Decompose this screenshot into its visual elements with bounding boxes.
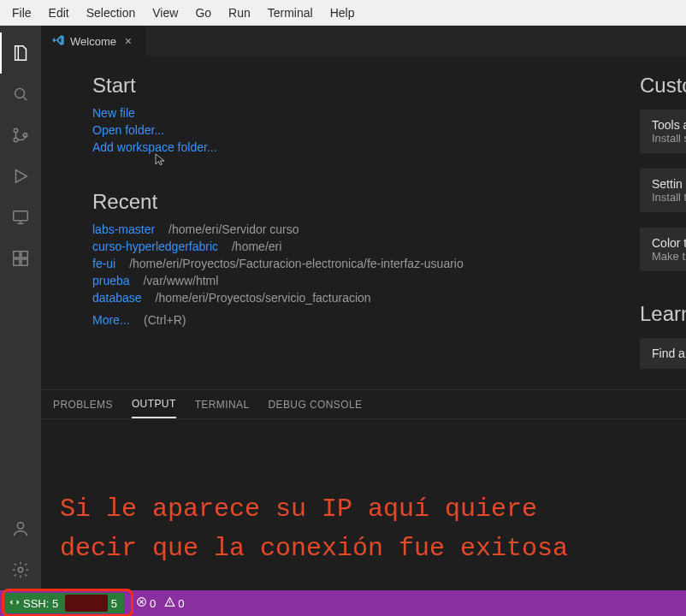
card-color-title: Color t: [652, 236, 686, 250]
menu-help[interactable]: Help: [322, 3, 364, 23]
svg-rect-8: [21, 259, 27, 265]
svg-rect-7: [14, 259, 20, 265]
card-learn-find[interactable]: Find an: [640, 338, 686, 369]
settings-gear-icon[interactable]: [0, 549, 41, 590]
annotation-text: Si le aparece su IP aquí quiere decir qu…: [60, 489, 568, 568]
panel-tab-debug-console[interactable]: DEBUG CONSOLE: [269, 392, 363, 418]
panel-tab-terminal[interactable]: TERMINAL: [195, 392, 250, 418]
recent-link[interactable]: prueba: [92, 274, 130, 287]
card-tools-title: Tools a: [652, 118, 686, 132]
recent-link[interactable]: fe-ui: [92, 257, 115, 270]
svg-point-9: [17, 523, 23, 529]
recent-list: labs-master /home/eri/Servidor curso cur…: [92, 221, 571, 306]
panel-tab-problems[interactable]: PROBLEMS: [53, 392, 113, 418]
card-tools-sub: Install s: [652, 132, 686, 145]
tab-title: Welcome: [70, 35, 116, 48]
link-more-recent[interactable]: More...: [92, 313, 130, 327]
card-settings-sub: Install t: [652, 191, 686, 204]
card-settings-title: Settin: [652, 177, 686, 191]
menu-bar: File Edit Selection View Go Run Terminal…: [0, 0, 686, 26]
learn-heading: Learn: [640, 302, 686, 326]
recent-path: /home/eri/Proyectos/Facturacion-electron…: [129, 257, 464, 270]
svg-rect-5: [14, 252, 20, 258]
link-new-file[interactable]: New file: [92, 104, 571, 121]
recent-path: /var/www/html: [143, 274, 218, 287]
recent-link[interactable]: labs-master: [92, 222, 155, 236]
warning-icon: [164, 596, 175, 610]
search-icon[interactable]: [0, 74, 41, 115]
vscode-tab-icon: [51, 33, 65, 50]
svg-point-10: [18, 567, 23, 572]
recent-item: database /home/eri/Proyectos/servicio_fa…: [92, 289, 571, 306]
svg-rect-4: [14, 211, 28, 221]
customize-heading: Custom: [640, 74, 686, 98]
ssh-redacted-ip: [65, 595, 108, 612]
welcome-customize-column: Custom Tools a Install s Settin Install …: [640, 74, 686, 384]
menu-selection[interactable]: Selection: [78, 3, 145, 23]
extensions-icon[interactable]: [0, 238, 41, 279]
recent-path: /home/eri/Servidor curso: [169, 222, 299, 236]
close-icon[interactable]: ×: [121, 34, 135, 48]
menu-edit[interactable]: Edit: [40, 3, 78, 23]
menu-run[interactable]: Run: [220, 3, 259, 23]
menu-terminal[interactable]: Terminal: [259, 3, 322, 23]
card-color[interactable]: Color t Make t: [640, 228, 686, 271]
status-errors[interactable]: 0: [136, 596, 156, 610]
files-icon[interactable]: [0, 33, 41, 74]
welcome-view: Start New file Open folder... Add worksp…: [41, 56, 686, 389]
remote-icon: [9, 597, 20, 610]
activity-bar: [0, 26, 41, 590]
remote-ssh-indicator[interactable]: SSH: 5 5: [4, 593, 124, 613]
recent-more-hint: (Ctrl+R): [144, 313, 186, 327]
account-icon[interactable]: [0, 508, 41, 549]
debug-icon[interactable]: [0, 156, 41, 197]
menu-view[interactable]: View: [144, 3, 186, 23]
card-settings[interactable]: Settin Install t: [640, 169, 686, 212]
recent-path: /home/eri: [232, 240, 281, 253]
recent-link[interactable]: curso-hyperledgerfabric: [92, 240, 218, 253]
status-items: 0 0: [136, 596, 184, 610]
recent-item: prueba /var/www/html: [92, 272, 571, 289]
editor-area: Welcome × Start New file Open folder... …: [41, 26, 686, 590]
svg-point-0: [15, 89, 25, 98]
remote-explorer-icon[interactable]: [0, 197, 41, 238]
menu-go[interactable]: Go: [186, 3, 220, 23]
tab-welcome[interactable]: Welcome ×: [41, 26, 146, 56]
panel-tab-output[interactable]: OUTPUT: [132, 391, 176, 418]
svg-rect-6: [21, 252, 27, 258]
recent-heading: Recent: [92, 190, 571, 214]
svg-point-2: [14, 138, 18, 142]
link-add-workspace[interactable]: Add workspace folder...: [92, 139, 571, 156]
warning-count: 0: [178, 597, 184, 610]
source-control-icon[interactable]: [0, 115, 41, 156]
ssh-label-suffix: 5: [111, 597, 117, 610]
error-icon: [136, 596, 147, 610]
recent-link[interactable]: database: [92, 291, 142, 305]
link-open-folder[interactable]: Open folder...: [92, 121, 571, 139]
bottom-panel: PROBLEMS OUTPUT TERMINAL DEBUG CONSOLE S…: [41, 389, 686, 590]
card-tools[interactable]: Tools a Install s: [640, 110, 686, 153]
recent-item: curso-hyperledgerfabric /home/eri: [92, 238, 571, 255]
editor-tabs: Welcome ×: [41, 26, 686, 56]
error-count: 0: [150, 597, 156, 610]
svg-point-1: [14, 128, 18, 133]
recent-item: fe-ui /home/eri/Proyectos/Facturacion-el…: [92, 255, 571, 272]
start-links: New file Open folder... Add workspace fo…: [92, 104, 571, 156]
status-warnings[interactable]: 0: [164, 596, 184, 610]
recent-path: /home/eri/Proyectos/servicio_facturacion: [156, 291, 371, 305]
menu-file[interactable]: File: [3, 3, 40, 23]
recent-item: labs-master /home/eri/Servidor curso: [92, 221, 571, 238]
card-learn-title: Find an: [652, 346, 686, 360]
status-bar: SSH: 5 5 0 0: [0, 590, 686, 616]
workbench: Welcome × Start New file Open folder... …: [0, 26, 686, 590]
ssh-label-prefix: SSH: 5: [23, 597, 58, 610]
start-heading: Start: [92, 74, 571, 98]
recent-more: More... (Ctrl+R): [92, 306, 571, 328]
panel-tabs: PROBLEMS OUTPUT TERMINAL DEBUG CONSOLE: [41, 390, 686, 419]
card-color-sub: Make t: [652, 250, 686, 263]
